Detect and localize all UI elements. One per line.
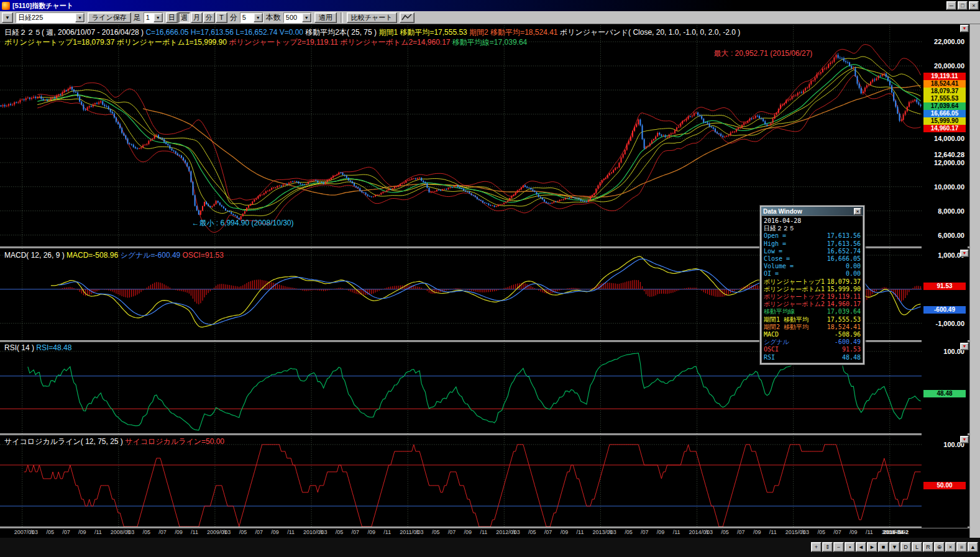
data-window-rows: 2016-04-28日経２２５Open=17,613.56High=17,613…	[761, 215, 863, 363]
time-axis-label: /07	[833, 529, 841, 535]
apply-button[interactable]: 適用	[314, 12, 337, 23]
time-axis-label: /09	[464, 529, 472, 535]
header-segment: 移動平均線=17,039.64	[452, 38, 527, 47]
price-badge: 91.53	[923, 283, 966, 290]
time-axis-label: /07	[544, 529, 552, 535]
psychological-header: サイコロジカルライン( 12, 75, 25 ) サイコロジカルライン=50.0…	[4, 437, 224, 447]
bottom-toolbar-button[interactable]: ◄	[856, 542, 866, 552]
time-axis-label: /09	[657, 529, 665, 535]
panel-collapse-button[interactable]: ▼	[960, 250, 969, 257]
symbol-dropdown-icon[interactable]: ▼	[75, 13, 85, 22]
bottom-toolbar-button[interactable]: ▲	[968, 542, 978, 552]
bottom-toolbar-button[interactable]: L	[912, 542, 922, 552]
header-segment: MACD( 12, 26, 9 )	[4, 251, 66, 260]
axis-tick-label: 14,000.00	[934, 135, 964, 142]
time-axis-label: /09	[367, 529, 375, 535]
time-axis-label: /11	[480, 529, 487, 535]
minute-select[interactable]: 5 ▼	[240, 12, 263, 23]
chart-annotation: 最大 : 20,952.71 (2015/06/27)	[714, 48, 813, 59]
bottom-toolbar-button[interactable]: ⇕	[822, 542, 833, 552]
period-button-日[interactable]: 日	[166, 12, 178, 23]
bottom-toolbar-button[interactable]: D	[900, 542, 911, 552]
symbol-list-button[interactable]: ▼	[2, 12, 13, 23]
time-axis-label: /03	[705, 529, 713, 535]
minimize-button[interactable]: ─	[946, 1, 956, 10]
data-window-row: OI=0.00	[764, 270, 861, 278]
minute-label: 分	[230, 12, 237, 23]
save-line-button[interactable]: ライン保存	[88, 12, 131, 23]
header-segment: RSI( 14 )	[4, 343, 36, 352]
bottom-toolbar-button[interactable]: ■	[878, 542, 889, 552]
symbol-select[interactable]: 日経225 ▼	[16, 12, 85, 23]
bar-multiplier-select[interactable]: 1 ▼	[144, 12, 163, 23]
time-axis-label: /11	[94, 529, 102, 535]
title-bar[interactable]: [5110]指数チャート ─ □ ×	[0, 0, 980, 11]
header-segment: C=16,666.05 H=17,613.56 L=16,652.74 V=0.…	[145, 28, 305, 37]
data-window-row: MACD-508.96	[764, 331, 861, 338]
time-axis-label: /11	[191, 529, 198, 535]
axis-tick-label: 8,000.00	[938, 207, 964, 215]
header-segment: ボリンジャートップ1=18,079.37 ボリンジャーボトム1=15,999.9…	[4, 38, 229, 47]
bottom-toolbar-button[interactable]: −	[833, 542, 844, 552]
header-segment: 期間1 移動平均=17,555.53	[378, 28, 469, 37]
time-axis-label: /05	[817, 529, 825, 535]
data-window-row: Close=16,666.05	[764, 255, 861, 263]
bottom-toolbar-button[interactable]: ×	[945, 542, 956, 552]
data-window-row: High=17,613.56	[764, 240, 861, 248]
time-axis-end-label: 2016-04-2	[883, 529, 909, 535]
compare-chart-button[interactable]: 比較チャート	[347, 12, 397, 23]
data-window-row: シグナル-600.49	[764, 338, 861, 346]
period-button-週[interactable]: 週	[178, 12, 190, 23]
time-axis-label: /03	[127, 529, 135, 535]
right-scroll-strip[interactable]	[969, 24, 980, 540]
maximize-button[interactable]: □	[958, 1, 968, 10]
bar-count-select[interactable]: 500 ▼	[283, 12, 312, 23]
bottom-toolbar-button[interactable]: ▪	[845, 542, 855, 552]
price-badge: 17,555.53	[923, 95, 966, 102]
panel-collapse-button[interactable]: ▼	[960, 436, 969, 443]
bottom-toolbar-button[interactable]: +	[811, 542, 822, 552]
trendline-tool-button[interactable]	[400, 12, 414, 23]
data-window-row: RSI48.48	[764, 354, 861, 361]
bottom-toolbar-button[interactable]: ⊕	[934, 542, 945, 552]
close-button[interactable]: ×	[969, 1, 979, 10]
data-window-close-button[interactable]: ×	[854, 208, 861, 215]
bottom-toolbar-button[interactable]: R	[923, 542, 933, 552]
data-window[interactable]: Data Window × 2016-04-28日経２２５Open=17,613…	[759, 205, 865, 365]
period-button-月[interactable]: 月	[191, 12, 203, 23]
data-window-titlebar[interactable]: Data Window ×	[761, 207, 863, 215]
header-segment: サイコロジカルライン( 12, 75, 25 )	[4, 437, 125, 446]
minute-dropdown-icon[interactable]: ▼	[254, 13, 263, 22]
bar-type-label: 足	[134, 12, 141, 23]
bar-count-value: 500	[286, 14, 297, 21]
time-axis-label: /11	[673, 529, 680, 535]
time-axis-label: /09	[271, 529, 279, 535]
time-axis-label: /05	[46, 529, 54, 535]
time-axis-label: /07	[158, 529, 167, 535]
app-window: [5110]指数チャート ─ □ × ▼ 日経225 ▼ ライン保存 足 1 ▼…	[0, 0, 980, 557]
panel-collapse-button[interactable]: ▼	[960, 25, 969, 32]
price-badge: 17,039.64	[923, 102, 966, 110]
bottom-toolbar-button[interactable]: ≡	[956, 542, 967, 552]
period-button-T[interactable]: T	[216, 12, 227, 23]
window-buttons: ─ □ ×	[946, 1, 980, 10]
main-chart-header-line1: 日経２２５( 週, 2006/10/07 - 2016/04/28 ) C=16…	[4, 27, 740, 38]
bottom-toolbar-button[interactable]: ▼	[889, 542, 900, 552]
bottom-toolbar-button[interactable]: ►	[867, 542, 877, 552]
bar-multiplier-dropdown-icon[interactable]: ▼	[153, 13, 163, 22]
toolbar: ▼ 日経225 ▼ ライン保存 足 1 ▼ 日週月分T 分 5 ▼ 本数 500…	[0, 11, 980, 24]
panel-divider[interactable]	[0, 527, 969, 528]
time-axis-label: /05	[336, 529, 344, 535]
panel-divider[interactable]	[0, 433, 969, 435]
data-window-row: 期間2 移動平均18,524.41	[764, 324, 861, 331]
panel-collapse-button[interactable]: ▼	[960, 343, 969, 350]
period-button-分[interactable]: 分	[203, 12, 215, 23]
psychological-panel-canvas[interactable]	[0, 435, 922, 527]
price-badge: 16,666.05	[923, 110, 966, 117]
price-axis: 22,000.0020,000.0014,000.0012,000.0010,0…	[922, 24, 968, 528]
time-axis-label: /11	[577, 529, 584, 535]
time-axis-label: /11	[383, 529, 391, 535]
bar-count-dropdown-icon[interactable]: ▼	[302, 13, 311, 22]
time-axis-label: /07	[641, 529, 649, 535]
data-window-row: Volume=0.00	[764, 263, 861, 270]
